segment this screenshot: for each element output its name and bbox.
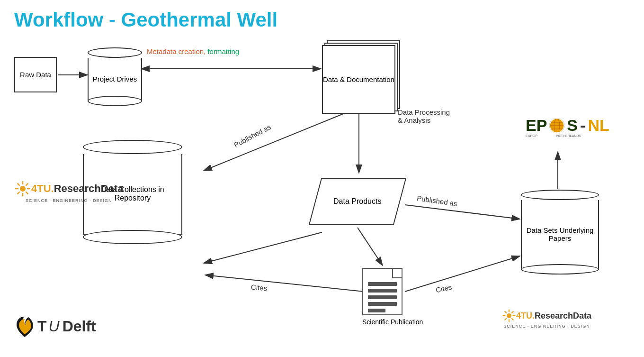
doc-line-3 [368, 295, 397, 299]
svg-line-36 [505, 311, 507, 313]
svg-line-8 [358, 228, 383, 265]
4tu-logo-text-right: 4TU.ResearchData [516, 311, 591, 321]
scientific-publication-label: Scientific Publication [362, 318, 423, 326]
epos-netherlands-sub: NETHERLANDS [556, 134, 581, 137]
epos-s-text: S [567, 116, 578, 135]
logo-4tu-main-right: 4TU.ResearchData [502, 309, 591, 323]
tu-u-letter: U [49, 318, 60, 335]
svg-line-21 [18, 183, 20, 186]
doc-line-1 [368, 282, 397, 286]
metadata-red-text: Metadata creation, [147, 47, 206, 55]
svg-line-18 [26, 183, 28, 186]
cites-label-1: Cites [250, 283, 268, 293]
data-products-node: Data Products [315, 178, 400, 225]
cites-label-2: Cites [435, 283, 453, 294]
svg-line-20 [26, 192, 28, 194]
svg-line-10 [205, 275, 364, 292]
epos-ep-text: EP [526, 116, 547, 135]
data-products-label: Data Products [333, 197, 381, 206]
svg-line-9 [405, 205, 520, 219]
globe-svg [549, 118, 564, 133]
epos-nl-text: NL [588, 116, 609, 135]
data-documentation-label: Data & Documentation [323, 75, 394, 83]
delft-text: Delft [63, 318, 96, 335]
data-processing-label: Data Processing& Analysis [398, 108, 450, 124]
datasets-cylinder: Data Sets Underlying Papers [521, 190, 599, 275]
data-sets-label: Data Sets Underlying Papers [522, 222, 598, 246]
logo-epos: EP S - NL [526, 116, 609, 135]
4tu-logo-text-left: 4TU.ResearchData [31, 183, 123, 195]
doc-line-2 [368, 289, 397, 293]
svg-line-7 [204, 232, 322, 263]
cylinder-body-3: Data Sets Underlying Papers [521, 200, 599, 269]
tu-t-letter: T [37, 318, 47, 335]
document-icon [362, 268, 402, 315]
cylinder-top-3 [521, 190, 599, 200]
svg-line-4 [204, 114, 343, 171]
epos-dash: - [580, 116, 585, 135]
4tu-sunburst-icon-right [502, 309, 516, 323]
logo-4tu-left: 4TU.ResearchData SCIENCE · ENGINEERING ·… [14, 180, 123, 203]
diagram-container: Workflow - Geothermal Well [0, 0, 644, 357]
raw-data-label: Raw Data [20, 71, 51, 79]
svg-point-28 [507, 313, 511, 318]
4tu-tagline-left: SCIENCE · ENGINEERING · DESIGN [26, 198, 112, 203]
cylinder-top-2 [83, 140, 182, 154]
svg-line-33 [511, 311, 513, 313]
cylinder-bottom-2 [83, 230, 182, 244]
data-products-shape: Data Products [309, 178, 407, 225]
cylinder-bottom-1 [88, 96, 142, 106]
published-as-label-2: Published as [416, 194, 457, 208]
4tu-sunburst-icon [14, 180, 31, 197]
cylinder-top-1 [88, 47, 142, 58]
document-lines [368, 282, 397, 315]
project-drives-cylinder: Project Drives [88, 47, 142, 106]
scientific-publication-node: Scientific Publication [362, 268, 423, 326]
epos-subtitle: EUROP NETHERLANDS [526, 134, 581, 137]
cylinder-body-1: Project Drives [88, 58, 142, 101]
logo-tudelft: T U Delft [14, 314, 96, 338]
doc-page-front: Data & Documentation [322, 45, 395, 114]
cylinder-bottom-3 [521, 264, 599, 275]
svg-point-13 [20, 186, 26, 192]
data-processing-text: Data Processing& Analysis [398, 108, 450, 124]
logo-4tu-right: 4TU.ResearchData SCIENCE · ENGINEERING ·… [502, 309, 591, 329]
doc-line-4 [368, 302, 397, 306]
doc-line-5 [368, 309, 385, 312]
4tu-tagline-right: SCIENCE · ENGINEERING · DESIGN [503, 324, 590, 329]
epos-left-sub: EUROP [526, 134, 537, 137]
page-title: Workflow - Geothermal Well [14, 9, 277, 31]
svg-line-34 [505, 318, 507, 320]
metadata-green-text: formatting [207, 47, 239, 55]
logo-4tu-main-left: 4TU.ResearchData [14, 180, 123, 197]
tudelft-flame-icon [14, 314, 36, 338]
svg-line-19 [18, 192, 20, 194]
epos-globe-icon [549, 118, 564, 133]
svg-line-35 [511, 318, 513, 320]
project-drives-label: Project Drives [93, 75, 137, 83]
document-corner [392, 269, 402, 278]
metadata-text: Metadata creation, formatting [147, 47, 239, 55]
raw-data-box: Raw Data [14, 57, 57, 92]
published-as-label-1: Published as [233, 123, 272, 149]
